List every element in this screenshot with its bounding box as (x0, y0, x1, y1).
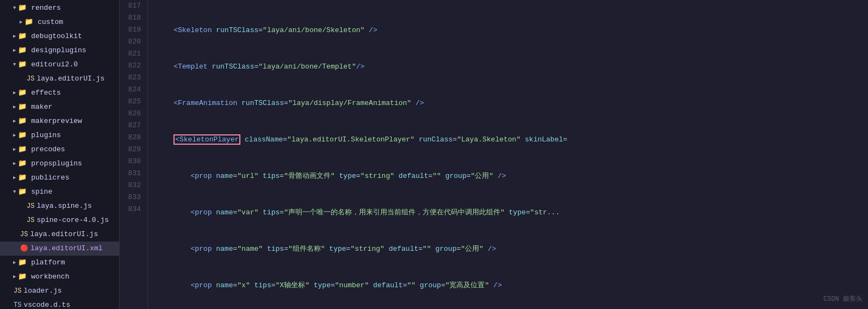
tag-close-818: /> (356, 63, 365, 71)
chevron-right-icon: ▶ (13, 144, 16, 156)
line-num-829: 829 (124, 144, 141, 156)
sidebar-item-custom[interactable]: ▶ 📁 custom (0, 15, 119, 29)
sidebar-item-plugins[interactable]: ▶ 📁 plugins (0, 128, 119, 143)
attr-type-822: type (509, 208, 526, 217)
folder-icon: 📁 (18, 172, 27, 184)
attr-val-type-str: "str... (530, 208, 560, 217)
sidebar-item-effects[interactable]: ▶ 📁 effects (0, 86, 119, 100)
attr-classname: className (245, 135, 283, 144)
watermark: CSDN 极客头 (823, 294, 863, 304)
chevron-down-icon: ▼ (13, 186, 16, 198)
attr-val-frameanimation: "laya/display/FrameAnimation" (288, 99, 411, 107)
attr-runclass: runClass (419, 135, 452, 144)
folder-icon: 📁 (18, 129, 27, 141)
attr-type-821: type (339, 172, 356, 180)
code-line-820: <SkeletonPlayer className="laya.editorUI… (157, 134, 868, 146)
js-file-icon: JS (27, 73, 34, 85)
sidebar-item-laya-spine-js[interactable]: JSlaya.spine.js (0, 199, 119, 213)
line-numbers: 817 818 819 820 821 822 823 824 825 826 … (120, 0, 148, 309)
folder-icon: 📁 (18, 257, 27, 269)
line-num-828: 828 (124, 132, 141, 144)
code-text[interactable]: <Skeleton runTSClass="laya/ani/bone/Skel… (148, 0, 868, 309)
js-file-icon: JS (27, 200, 34, 212)
line-num-821: 821 (124, 48, 141, 60)
line-num-832: 832 (124, 180, 141, 191)
chevron-right-icon: ▶ (13, 158, 16, 170)
sidebar-item-spine[interactable]: ▼ 📁 spine (0, 185, 119, 199)
attr-name-823: name (216, 245, 233, 253)
folder-icon: 📁 (18, 87, 27, 99)
code-line-824: <prop name="x" tips="X轴坐标" type="number"… (157, 280, 868, 292)
folder-icon: 📁 (18, 144, 27, 156)
line-num-826: 826 (124, 108, 141, 120)
folder-icon: 📁 (18, 101, 27, 113)
attr-tips-823: tips (267, 245, 284, 253)
chevron-right-icon: ▶ (20, 16, 22, 28)
attr-type-823: type (329, 245, 346, 253)
sidebar-item-renders[interactable]: ▼ 📁 renders (0, 1, 119, 15)
code-line-821: <prop name="url" tips="骨骼动画文件" type="str… (157, 170, 868, 182)
xml-file-icon: 🔴 (20, 243, 28, 255)
line-num-833: 833 (124, 191, 141, 203)
attr-val-classname: "laya.editorUI.SkeletonPlayer" (287, 135, 414, 144)
js-file-icon: JS (27, 214, 34, 226)
sidebar-item-precodes[interactable]: ▶ 📁 precodes (0, 143, 119, 157)
attr-val-name-x: "x" (237, 281, 250, 289)
sidebar-item-laya-editorui-xml[interactable]: 🔴laya.editorUI.xml (0, 242, 119, 256)
tag-prop-824: <prop (190, 281, 212, 289)
attr-name-821: name (216, 172, 233, 180)
attr-group-821: group (445, 172, 467, 180)
line-num-824: 824 (124, 84, 141, 96)
sidebar-item-workbench[interactable]: ▶ 📁 workbench (0, 270, 119, 284)
attr-default-824: default (373, 281, 403, 289)
line-num-823: 823 (124, 72, 141, 84)
attr-val-type-string-823: "string" (350, 245, 384, 253)
file-explorer: ▼ 📁 renders ▶ 📁 custom ▶ 📁 debugtoolkit … (0, 0, 120, 309)
sidebar-item-maker[interactable]: ▶ 📁 maker (0, 100, 119, 114)
tag-close-824: /> (493, 281, 502, 289)
folder-icon: 📁 (18, 158, 27, 170)
folder-icon: 📁 (18, 59, 27, 71)
line-num-834: 834 (124, 203, 141, 215)
line-num-830: 830 (124, 156, 141, 168)
line-num-827: 827 (124, 120, 141, 132)
sidebar-item-spine-core[interactable]: JSspine-core-4.0.js (0, 213, 119, 227)
sidebar-item-propsplugins[interactable]: ▶ 📁 propsplugins (0, 157, 119, 171)
code-line-818: <Templet runTSClass="laya/ani/bone/Templ… (157, 61, 868, 73)
attr-val-default-821: "" (432, 172, 441, 180)
tag-close-819: /> (416, 99, 424, 107)
attr-val-tips-var: "声明一个唯一的名称，用来引用当前组件，方便在代码中调用此组件" (284, 208, 505, 217)
tag-skeletonplayer-open: <SkeletonPlayer (175, 135, 239, 144)
sidebar-item-publicres[interactable]: ▶ 📁 publicres (0, 171, 119, 185)
attr-name-824: name (216, 281, 233, 289)
sidebar-item-platform[interactable]: ▶ 📁 platform (0, 256, 119, 270)
attr-val-name-url: "url" (237, 172, 258, 180)
attr-tips-821: tips (263, 172, 280, 180)
line-num-819: 819 (124, 24, 141, 36)
sidebar-item-editorui2[interactable]: ▼ 📁 editorui2.0 (0, 58, 119, 72)
sidebar-item-vscode-d-ts[interactable]: TSvscode.d.ts (0, 298, 119, 309)
sidebar-item-laya-editorui-js[interactable]: JSlaya.editorUI.js (0, 72, 119, 86)
sidebar-item-debugtoolkit[interactable]: ▶ 📁 debugtoolkit (0, 29, 119, 44)
chevron-right-icon: ▶ (13, 115, 16, 127)
chevron-right-icon: ▶ (13, 30, 16, 42)
tag-skeleton: <Skeleton (173, 26, 212, 34)
chevron-down-icon: ▼ (13, 59, 16, 71)
attr-group-823: group (435, 245, 456, 253)
attr-val-tips-name: "组件名称" (288, 245, 325, 253)
sidebar-item-laya-editorui-js2[interactable]: JSlaya.editorUI.js (0, 227, 119, 242)
attr-type-824: type (314, 281, 331, 289)
code-line-822: <prop name="var" tips="声明一个唯一的名称，用来引用当前组… (157, 207, 868, 219)
attr-val-default-824: "" (407, 281, 416, 289)
tag-close-823: /> (488, 245, 497, 253)
sidebar-item-designplugins[interactable]: ▶ 📁 designplugins (0, 44, 119, 58)
attr-tips-824: tips (255, 281, 271, 289)
sidebar-item-loader-js[interactable]: JSloader.js (0, 284, 119, 298)
tag-frameanimation: <FrameAnimation (173, 99, 237, 107)
tag-prop-821: <prop (190, 172, 212, 180)
line-num-831: 831 (124, 168, 141, 180)
sidebar-item-makerpreview[interactable]: ▶ 📁 makerpreview (0, 114, 119, 128)
attr-tips-822: tips (263, 208, 280, 217)
attr-runtsclass-819: runTSClass (241, 99, 284, 107)
attr-val-type-string-821: "string" (361, 172, 394, 180)
